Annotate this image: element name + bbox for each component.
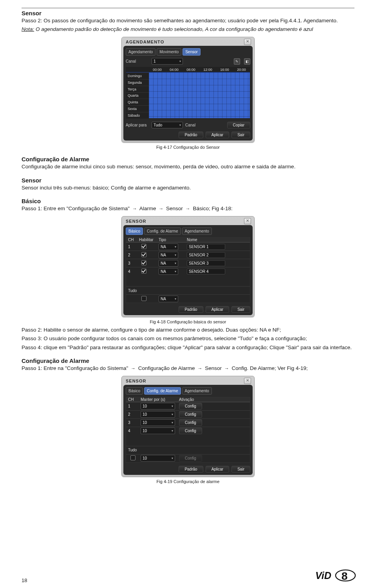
sair-button[interactable]: Sair <box>231 132 250 138</box>
day-quarta: Quarta <box>126 92 149 99</box>
canal-dropdown[interactable]: 1▾ <box>152 58 183 65</box>
hour-4: 16:00 <box>216 67 233 72</box>
aplicar-button[interactable]: Aplicar <box>206 466 230 473</box>
hold-dropdown[interactable]: 10▾ <box>141 411 175 418</box>
day-column: Domingo Segunda Terça Quarta Quinta Sext… <box>126 72 149 118</box>
tudo-config-button[interactable]: Config <box>179 455 202 462</box>
step1-prefix: Passo 1: Entre em "Configuração de Siste… <box>22 206 130 211</box>
tipo-dropdown[interactable]: NA▾ <box>159 252 178 258</box>
hold-dropdown[interactable]: 10▾ <box>141 419 175 426</box>
tudo-hold-dropdown[interactable]: 10▾ <box>141 455 175 462</box>
tab-config-alarme[interactable]: Config. de Alarme <box>144 387 181 395</box>
chevron-down-icon: ▾ <box>172 253 176 257</box>
day-sabado: Sábado <box>126 112 149 119</box>
tudo-tipo-value: NA <box>161 297 166 301</box>
agendamento-title: AGENDAMENTO <box>126 40 164 44</box>
tudo-label: Tudo <box>128 448 137 452</box>
hold-dropdown[interactable]: 10▾ <box>141 403 175 409</box>
padrao-button[interactable]: Padrão <box>179 466 203 473</box>
tab-basico[interactable]: Básico <box>126 387 143 395</box>
config-button[interactable]: Config <box>179 427 202 434</box>
config-button[interactable]: Config <box>179 411 202 418</box>
tudo-label: Tudo <box>128 289 137 293</box>
tab-agendamento[interactable]: Agendamento <box>182 387 212 395</box>
step1-basico: Básico; Fig 4-18: <box>193 206 232 211</box>
nota-body: O agendamento padrão do detecção de movi… <box>34 26 313 32</box>
padrao-button[interactable]: Padrão <box>179 132 203 138</box>
tipo-dropdown[interactable]: NA▾ <box>159 268 178 275</box>
tab-agendamento[interactable]: Agendamento <box>182 227 212 235</box>
copiar-button[interactable]: Copiar <box>227 122 250 128</box>
hold-dropdown[interactable]: 10▾ <box>141 427 175 434</box>
tipo-dropdown[interactable]: NA▾ <box>159 260 178 267</box>
table-row: 3NA▾SENSOR 3 <box>126 259 250 267</box>
para-nota: Nota: O agendamento padrão do detecção d… <box>22 26 354 33</box>
cell-ch: 3 <box>126 420 139 425</box>
nota-label: Nota: <box>22 26 34 32</box>
table-row: 210▾Config <box>126 410 250 418</box>
heading-sensor2: Sensor <box>22 177 354 184</box>
hour-1: 04:00 <box>166 67 183 72</box>
close-icon[interactable]: ✕ <box>244 39 251 45</box>
chevron-down-icon: ▾ <box>169 429 173 433</box>
padrao-button[interactable]: Padrão <box>179 306 203 313</box>
agendamento-window: AGENDAMENTO ✕ Agendamento Movimento Sens… <box>121 37 255 142</box>
habilitar-checkbox[interactable] <box>141 252 146 257</box>
tab-basico[interactable]: Básico <box>126 227 143 235</box>
eraser-icon[interactable]: ◧ <box>244 58 250 65</box>
sair-button[interactable]: Sair <box>231 306 250 313</box>
cell-ch: 1 <box>126 404 139 408</box>
aplicar-button[interactable]: Aplicar <box>206 132 230 138</box>
para-step4b: Passo 4: clique em "Padrão" para restaur… <box>22 344 354 351</box>
aplicar-button[interactable]: Aplicar <box>206 306 230 313</box>
nome-field[interactable]: SENSOR 1 <box>187 244 225 250</box>
ca-step1-w1: Configuração de Alarme <box>138 365 195 371</box>
tab-config-alarme[interactable]: Config. de Alarme <box>144 227 181 235</box>
nome-field[interactable]: SENSOR 4 <box>187 269 225 274</box>
chevron-down-icon: ▾ <box>169 404 173 408</box>
heading-basico: Básico <box>22 198 354 204</box>
tipo-value: NA <box>161 245 166 249</box>
svg-text:8: 8 <box>342 570 348 582</box>
canal-label: Canal <box>126 59 149 63</box>
table-row: 310▾Config <box>126 418 250 427</box>
habilitar-checkbox[interactable] <box>141 260 146 265</box>
schedule-area[interactable] <box>149 72 250 118</box>
tudo-checkbox[interactable] <box>130 455 136 460</box>
close-icon[interactable]: ✕ <box>244 218 251 224</box>
hold-value: 10 <box>143 412 147 417</box>
pencil-icon[interactable]: ✎ <box>234 58 240 65</box>
habilitar-checkbox[interactable] <box>141 269 146 274</box>
chevron-down-icon: ▾ <box>172 262 176 265</box>
caption-418: Fig 4-18 Configuração básica do sensor <box>22 319 354 324</box>
close-icon[interactable]: ✕ <box>244 378 251 384</box>
config-button[interactable]: Config <box>179 403 202 409</box>
svg-text:ViD: ViD <box>315 570 331 581</box>
aplicar-dropdown[interactable]: Tudo▾ <box>152 122 183 128</box>
tipo-dropdown[interactable]: NA▾ <box>159 243 178 250</box>
nome-field[interactable]: SENSOR 3 <box>187 260 225 266</box>
table-row: 410▾Config <box>126 427 250 435</box>
nome-field[interactable]: SENSOR 2 <box>187 252 225 258</box>
tab-agendamento[interactable]: Agendamento <box>126 48 155 56</box>
sensor-basico-window: SENSOR ✕ Básico Config. de Alarme Agenda… <box>121 216 255 317</box>
tudo-checkbox[interactable] <box>141 296 146 301</box>
tab-sensor[interactable]: Sensor <box>183 48 201 56</box>
table-row: 2NA▾SENSOR 2 <box>126 251 250 259</box>
table-row: 4NA▾SENSOR 4 <box>126 267 250 275</box>
tab-movimento[interactable]: Movimento <box>157 48 181 56</box>
config-button[interactable]: Config <box>179 419 202 426</box>
sensor-config-alarme-window: SENSOR ✕ Básico Config. de Alarme Agenda… <box>121 376 255 477</box>
chevron-down-icon: ▾ <box>169 456 173 460</box>
arrow-icon: → <box>223 365 230 372</box>
schedule-grid[interactable]: 00:00 04:00 08:00 12:00 16:00 20:00 Domi… <box>126 67 250 119</box>
ca-step1-w3: Config. De Alarme; Ver Fig 4-19; <box>231 365 307 371</box>
sair-button[interactable]: Sair <box>231 466 250 473</box>
para-conf-alarme: Configuração de alarme inclui cinco sub … <box>22 163 354 170</box>
canal-btn-label: Canal <box>185 123 199 127</box>
chevron-down-icon: ▾ <box>169 421 173 424</box>
tudo-tipo-dropdown[interactable]: NA▾ <box>159 296 178 302</box>
habilitar-checkbox[interactable] <box>141 244 146 249</box>
hold-value: 10 <box>143 420 147 425</box>
para-step3b: Passo 3: O usuário pode configurar todos… <box>22 335 354 342</box>
